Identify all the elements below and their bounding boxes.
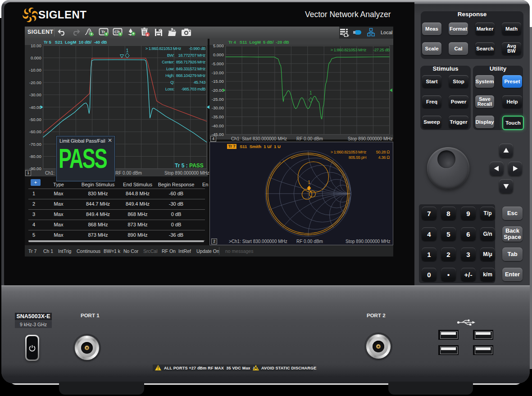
svg-text:-50.00: -50.00 xyxy=(29,117,41,122)
svg-text:-10.00: -10.00 xyxy=(29,68,41,72)
svg-text:0.000: 0.000 xyxy=(31,55,41,60)
svg-text:1: 1 xyxy=(309,90,312,95)
svg-text:+: + xyxy=(119,32,122,36)
svg-text:+: + xyxy=(132,32,135,36)
svg-text:5.000: 5.000 xyxy=(213,43,224,48)
svg-text:10.00: 10.00 xyxy=(31,43,41,48)
svg-text:!: ! xyxy=(157,366,159,371)
svg-text:-35.00: -35.00 xyxy=(212,114,224,119)
svg-text:-20.00: -20.00 xyxy=(29,80,41,85)
svg-text:-30.00: -30.00 xyxy=(29,92,41,97)
svg-text:-80.00: -80.00 xyxy=(29,154,41,159)
svg-text:0.000: 0.000 xyxy=(213,52,224,57)
svg-text:+: + xyxy=(91,32,93,36)
svg-text:-15.00: -15.00 xyxy=(212,79,224,84)
svg-text:-30.00: -30.00 xyxy=(212,105,224,110)
svg-text:-10.00: -10.00 xyxy=(212,70,224,75)
svg-text:-60.00: -60.00 xyxy=(29,129,41,134)
svg-text:+: + xyxy=(105,32,108,36)
svg-text:1: 1 xyxy=(308,180,310,185)
svg-text:-20.00: -20.00 xyxy=(212,88,224,93)
svg-text:-70.00: -70.00 xyxy=(29,142,41,147)
svg-text:-40.00: -40.00 xyxy=(29,105,41,110)
svg-text:-40.00: -40.00 xyxy=(212,123,224,128)
svg-text:x: x xyxy=(146,33,149,37)
svg-text:-25.00: -25.00 xyxy=(212,97,224,102)
svg-text:-5.000: -5.000 xyxy=(212,61,224,66)
